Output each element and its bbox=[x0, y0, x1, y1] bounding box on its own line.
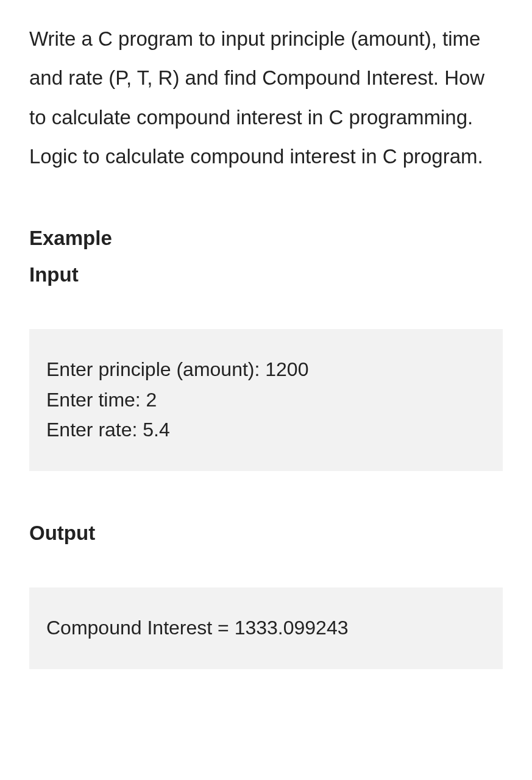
output-heading: Output bbox=[29, 515, 503, 551]
problem-description: Write a C program to input principle (am… bbox=[29, 20, 503, 176]
example-heading: Example bbox=[29, 220, 503, 256]
input-code-block: Enter principle (amount): 1200 Enter tim… bbox=[29, 329, 503, 471]
input-heading: Input bbox=[29, 257, 503, 292]
output-code-block: Compound Interest = 1333.099243 bbox=[29, 587, 503, 669]
